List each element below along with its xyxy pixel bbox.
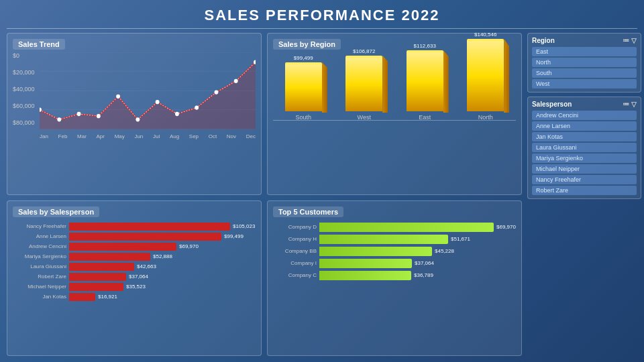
sp-name: Nancy Freehafer bbox=[13, 223, 66, 229]
trend-y-labels: $80,000 $60,000 $40,000 $20,000 $0 bbox=[13, 52, 35, 126]
cust-row: Company BB $45,228 bbox=[273, 247, 516, 256]
sales-by-salesperson-panel: Sales by Salesperson Nancy Freehafer $10… bbox=[7, 200, 262, 357]
region-filter-header: Region ≔ ▽ bbox=[532, 37, 637, 44]
svg-point-11 bbox=[136, 117, 140, 121]
sp-chart: Nancy Freehafer $105,023 Anne Larsen $99… bbox=[13, 223, 256, 301]
sp-value: $99,499 bbox=[224, 233, 244, 239]
cust-chart: Company D $69,970 Company H $51,671 Comp… bbox=[273, 223, 516, 280]
sales-by-salesperson-title: Sales by Salesperson bbox=[13, 206, 99, 217]
svg-point-12 bbox=[156, 100, 160, 104]
sp-row: Mariya Sergienko $52,888 bbox=[13, 253, 256, 261]
sp-name: Jan Kotas bbox=[13, 294, 66, 300]
sp-value: $105,023 bbox=[233, 223, 255, 229]
svg-point-8 bbox=[77, 112, 81, 116]
sp-row: Anne Larsen $99,499 bbox=[13, 233, 256, 241]
sp-value: $52,888 bbox=[153, 253, 172, 259]
sp-bar bbox=[69, 263, 134, 271]
sp-bar bbox=[69, 273, 126, 281]
cust-row: Company C $36,789 bbox=[273, 271, 516, 280]
filter-item-michael[interactable]: Michael Neipper bbox=[532, 164, 637, 174]
bar-south-label-top: $99,499 bbox=[294, 55, 313, 61]
bar-south-front bbox=[285, 64, 322, 111]
sp-bar bbox=[69, 293, 95, 301]
filter-icon-2[interactable]: ▽ bbox=[631, 37, 637, 44]
sp-value: $42,663 bbox=[137, 263, 156, 269]
sp-bar bbox=[69, 283, 123, 291]
region-chart: $99,499 South $106,872 West $112,633 bbox=[273, 52, 516, 133]
filter-item-anne[interactable]: Anne Larsen bbox=[532, 121, 637, 131]
svg-point-10 bbox=[116, 95, 120, 99]
cust-bar bbox=[319, 271, 411, 280]
cust-bar bbox=[319, 235, 448, 244]
bar-east-front bbox=[407, 52, 443, 111]
sp-value: $35,523 bbox=[126, 284, 146, 290]
title-divider bbox=[7, 28, 637, 29]
filter-item-jan[interactable]: Jan Kotas bbox=[532, 132, 637, 141]
filter-item-mariya[interactable]: Mariya Sergienko bbox=[532, 154, 637, 163]
bar-south: $99,499 South bbox=[273, 55, 333, 121]
cust-bar bbox=[319, 223, 494, 232]
filter-item-east[interactable]: East bbox=[532, 47, 637, 56]
cust-row: Company I $37,064 bbox=[273, 259, 516, 268]
sp-row: Michael Neipper $35,523 bbox=[13, 283, 256, 291]
trend-x-labels: Jan Feb Mar Apr May Jun Jul Aug Sep Oct … bbox=[40, 133, 256, 139]
cust-value: $51,671 bbox=[451, 236, 470, 242]
sales-by-region-panel: Sales by Region $99,499 South $106,872 bbox=[267, 33, 522, 195]
page-title: SALES PERFORMANCE 2022 bbox=[0, 0, 644, 28]
sp-filter-icon-2[interactable]: ▽ bbox=[631, 101, 637, 108]
cust-row: Company D $69,970 bbox=[273, 223, 516, 232]
cust-bar bbox=[319, 259, 412, 268]
sales-trend-panel: Sales Trend $80,000 $60,000 $40,000 $20,… bbox=[7, 33, 262, 195]
filter-item-robert[interactable]: Robert Zare bbox=[532, 186, 637, 195]
filter-item-west[interactable]: West bbox=[532, 79, 637, 88]
sales-trend-title: Sales Trend bbox=[13, 39, 65, 50]
salesperson-filter-title: Salesperson bbox=[532, 101, 572, 108]
cust-value: $45,228 bbox=[435, 248, 454, 254]
region-filter-section: Region ≔ ▽ East North South West bbox=[527, 33, 641, 93]
cust-value: $37,064 bbox=[415, 260, 434, 266]
salesperson-filter-icons[interactable]: ≔ ▽ bbox=[623, 101, 637, 108]
bar-west-label-top: $106,872 bbox=[353, 48, 375, 54]
sp-row: Jan Kotas $16,921 bbox=[13, 293, 256, 301]
region-filter-icons[interactable]: ≔ ▽ bbox=[623, 37, 637, 44]
salesperson-filter-header: Salesperson ≔ ▽ bbox=[532, 101, 637, 108]
filter-item-laura[interactable]: Laura Giussani bbox=[532, 143, 637, 152]
filter-item-andrew[interactable]: Andrew Cencini bbox=[532, 111, 637, 120]
cust-name: Company C bbox=[273, 272, 317, 278]
sp-row: Andrew Cencini $69,970 bbox=[13, 243, 256, 251]
salesperson-filter-section: Salesperson ≔ ▽ Andrew Cencini Anne Lars… bbox=[527, 97, 641, 199]
cust-value: $36,789 bbox=[414, 272, 433, 278]
svg-point-16 bbox=[234, 79, 238, 83]
bar-east-label-top: $112,633 bbox=[414, 43, 436, 49]
svg-point-9 bbox=[97, 114, 101, 118]
sp-value: $69,970 bbox=[179, 243, 199, 249]
sp-name: Michael Neipper bbox=[13, 284, 66, 290]
bar-east: $112,633 East bbox=[394, 43, 455, 121]
trend-svg bbox=[40, 52, 256, 129]
top5-customers-title: Top 5 Customers bbox=[273, 206, 343, 217]
sp-name: Laura Giussani bbox=[13, 263, 66, 269]
sales-by-region-title: Sales by Region bbox=[273, 39, 341, 50]
sp-row: Robert Zare $37,064 bbox=[13, 273, 256, 281]
filters-panel: Region ≔ ▽ East North South West Salespe… bbox=[527, 33, 641, 356]
cust-name: Company BB bbox=[273, 248, 317, 254]
trend-chart: $80,000 $60,000 $40,000 $20,000 $0 bbox=[13, 52, 256, 139]
filter-item-north[interactable]: North bbox=[532, 58, 637, 67]
sp-name: Andrew Cencini bbox=[13, 243, 66, 249]
svg-marker-5 bbox=[40, 62, 256, 129]
svg-point-7 bbox=[57, 117, 61, 121]
sp-value: $16,921 bbox=[98, 294, 117, 300]
bar-west-front bbox=[345, 58, 382, 111]
svg-point-14 bbox=[195, 105, 199, 109]
region-x-axis bbox=[273, 120, 516, 121]
filter-item-nancy[interactable]: Nancy Freehafer bbox=[532, 175, 637, 184]
filter-icon-1[interactable]: ≔ bbox=[623, 37, 629, 44]
sp-bar bbox=[69, 223, 230, 231]
cust-name: Company I bbox=[273, 260, 317, 266]
filter-item-south[interactable]: South bbox=[532, 68, 637, 78]
sp-bar bbox=[69, 253, 150, 261]
cust-name: Company H bbox=[273, 236, 317, 242]
sp-bar bbox=[69, 243, 176, 251]
cust-name: Company D bbox=[273, 224, 317, 230]
sp-filter-icon-1[interactable]: ≔ bbox=[623, 101, 629, 108]
